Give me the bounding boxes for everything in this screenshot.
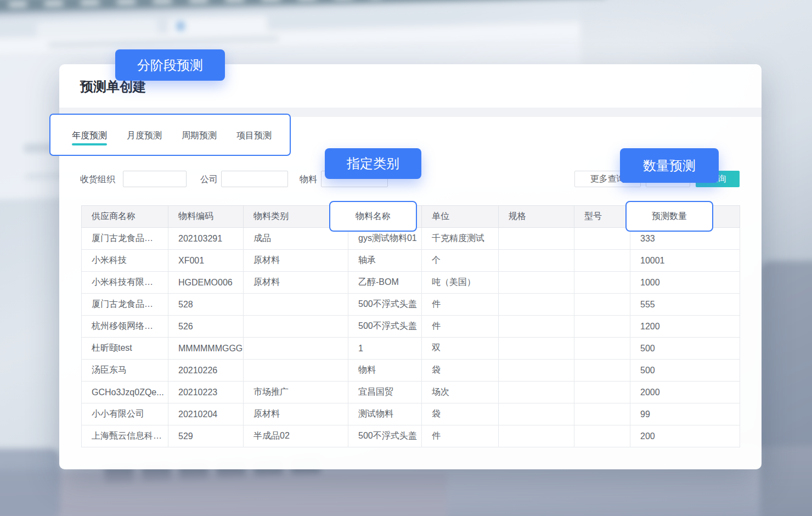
material-name-highlight-box: 物料名称	[329, 201, 417, 232]
table-cell: 500不浮式头盖	[348, 316, 422, 338]
table-cell: 500	[630, 338, 740, 360]
table-cell: 10001	[630, 250, 740, 272]
table-cell	[499, 382, 574, 403]
table-cell: 1	[348, 338, 422, 360]
table-cell: 1000	[630, 272, 740, 294]
table-cell: 原材料	[244, 250, 348, 272]
table-cell: 个	[422, 250, 499, 272]
table-cell	[574, 294, 630, 316]
table-row[interactable]: 小小有限公司20210204原材料测试物料袋99	[82, 403, 740, 425]
table-cell	[499, 316, 574, 338]
table-row[interactable]: 厦门古龙食品…528500不浮式头盖件555	[82, 294, 740, 316]
tab-item[interactable]: 项目预测	[236, 130, 272, 142]
forecast-table: 供应商名称物料编码物料类别物料名称单位规格型号预测数量 厦门古龙食品…20210…	[81, 205, 740, 447]
column-header: 供应商名称	[82, 206, 168, 228]
table-cell	[499, 250, 574, 272]
tab-label: 项目预测	[236, 131, 272, 140]
table-cell: 物料	[348, 360, 422, 382]
table-cell: 202103291	[168, 228, 244, 250]
table-cell: 双	[422, 338, 499, 360]
table-cell: 200	[630, 425, 740, 447]
column-header: 规格	[499, 206, 574, 228]
table-cell: 555	[630, 294, 740, 316]
table-cell: 袋	[422, 360, 499, 382]
table-cell	[574, 316, 630, 338]
table-cell: XF001	[168, 250, 244, 272]
column-header: 单位	[422, 206, 499, 228]
table-cell: 杭州移领网络…	[82, 316, 168, 338]
table-cell: 500不浮式头盖	[348, 425, 422, 447]
table-cell: 测试物料	[348, 403, 422, 425]
table-cell: 汤臣东马	[82, 360, 168, 382]
table-cell: 件	[422, 316, 499, 338]
table-cell	[574, 403, 630, 425]
table-cell	[244, 338, 348, 360]
table-body: 厦门古龙食品…202103291成品gys测试物料01千克精度测试333小米科技…	[82, 228, 740, 447]
table-cell: 2000	[630, 382, 740, 403]
table-cell	[574, 250, 630, 272]
table-row[interactable]: 上海甄云信息科…529半成品02500不浮式头盖件200	[82, 425, 740, 447]
table-row[interactable]: 汤臣东马20210226物料袋500	[82, 360, 740, 382]
table-cell	[574, 338, 630, 360]
table-row[interactable]: 杭州移领网络…526500不浮式头盖件1200	[82, 316, 740, 338]
table-cell: 526	[168, 316, 244, 338]
table-cell	[574, 425, 630, 447]
table-cell: 场次	[422, 382, 499, 403]
receiving-org-input[interactable]	[123, 171, 187, 187]
column-header: 物料编码	[168, 206, 244, 228]
table-cell	[499, 338, 574, 360]
table-cell: 500不浮式头盖	[348, 294, 422, 316]
table-cell	[499, 360, 574, 382]
quantity-forecast-callout: 数量预测	[620, 148, 719, 183]
table-cell: 厦门古龙食品…	[82, 294, 168, 316]
table-cell: 半成品02	[244, 425, 348, 447]
table-cell: 1200	[630, 316, 740, 338]
tab-list: 年度预测月度预测周期预测项目预测	[49, 114, 291, 156]
table-cell	[499, 403, 574, 425]
receiving-org-label: 收货组织	[80, 174, 115, 186]
table-cell: MMMMMMGGG	[168, 338, 244, 360]
column-header: 型号	[574, 206, 630, 228]
table-cell	[244, 360, 348, 382]
table-cell	[244, 316, 348, 338]
active-tab-underline	[72, 143, 107, 145]
table-cell	[574, 228, 630, 250]
tab-item[interactable]: 年度预测	[71, 130, 108, 142]
table-cell: 500	[630, 360, 740, 382]
table-cell: 件	[422, 425, 499, 447]
tab-item[interactable]: 月度预测	[126, 130, 162, 142]
table-cell: 529	[168, 425, 244, 447]
tab-item[interactable]: 周期预测	[181, 130, 217, 142]
table-cell: 件	[422, 294, 499, 316]
table-cell: HGDEMO006	[168, 272, 244, 294]
table-cell: 20210223	[168, 382, 244, 403]
screenshot-stage: 预测单创建 年度预测月度预测周期预测项目预测 收货组织 公司 物料 更多查询 查…	[0, 0, 812, 516]
table-cell: 20210204	[168, 403, 244, 425]
table-cell: 小小有限公司	[82, 403, 168, 425]
table-cell: 小米科技	[82, 250, 168, 272]
table-cell: 轴承	[348, 250, 422, 272]
material-label: 物料	[300, 174, 317, 186]
tab-label: 年度预测	[72, 131, 107, 140]
table-cell	[499, 228, 574, 250]
table-cell	[574, 382, 630, 403]
company-input[interactable]	[221, 171, 288, 187]
table-cell: 乙醇-BOM	[348, 272, 422, 294]
table-cell	[244, 294, 348, 316]
table-cell	[499, 425, 574, 447]
table-cell: 上海甄云信息科…	[82, 425, 168, 447]
table-cell: 528	[168, 294, 244, 316]
tab-label: 月度预测	[127, 131, 162, 140]
table-cell: GCHo3Jzq0ZQe...	[82, 382, 168, 403]
table-row[interactable]: 杜昕颐testMMMMMMGGG1双500	[82, 338, 740, 360]
table-cell	[499, 272, 574, 294]
table-row[interactable]: 小米科技XF001原材料轴承个10001	[82, 250, 740, 272]
table-cell: 小米科技有限…	[82, 272, 168, 294]
table-cell	[574, 360, 630, 382]
table-row[interactable]: 小米科技有限…HGDEMO006原材料乙醇-BOM吨（美国）1000	[82, 272, 740, 294]
table-cell	[574, 272, 630, 294]
table-cell: 20210226	[168, 360, 244, 382]
table-row[interactable]: GCHo3Jzq0ZQe...20210223市场推广宜昌国贸场次2000	[82, 382, 740, 403]
table-cell: 原材料	[244, 403, 348, 425]
forecast-qty-highlight-box: 预测数量	[625, 201, 713, 232]
